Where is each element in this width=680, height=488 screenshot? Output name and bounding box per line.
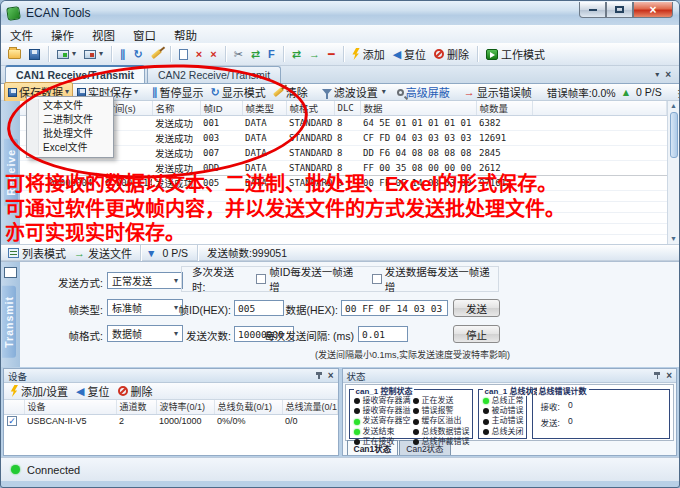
menu-item-excel-file[interactable]: Excel文件 bbox=[27, 141, 113, 155]
led-bus-off bbox=[483, 429, 489, 435]
interval-label: 每次发送间隔: (ms) bbox=[256, 328, 354, 343]
clean-button[interactable] bbox=[148, 50, 165, 58]
close-icon[interactable]: × bbox=[666, 371, 672, 381]
send-button[interactable]: 发送 bbox=[453, 299, 500, 317]
device-row[interactable]: ✓ USBCAN-II-V5 2 1000/1000 0%/0% 0/0 bbox=[4, 414, 337, 427]
collapsed-panel-button[interactable] bbox=[4, 267, 17, 278]
frame-id-increment-checkbox[interactable] bbox=[256, 274, 266, 284]
status-panel-titlebar: 状态 × bbox=[343, 369, 677, 383]
font-button[interactable]: F bbox=[265, 46, 278, 62]
close-button[interactable]: × bbox=[633, 2, 673, 18]
menu-view[interactable]: 视图 bbox=[83, 26, 124, 44]
maximize-button[interactable] bbox=[606, 2, 633, 18]
device-checkbox[interactable]: ✓ bbox=[7, 416, 17, 426]
device-name: USBCAN-II-V5 bbox=[24, 414, 116, 427]
data-hex-input[interactable]: 00 FF 0F 14 03 03 00 00 bbox=[341, 300, 448, 316]
advanced-mask-button[interactable]: 高级屏蔽 bbox=[394, 83, 453, 101]
pause-button[interactable]: ∥ bbox=[117, 46, 129, 63]
add-button[interactable]: 添加 bbox=[349, 44, 388, 64]
device-reset-button[interactable]: ◀复位 bbox=[73, 381, 112, 401]
pin-icon[interactable] bbox=[653, 371, 662, 380]
menu-item-text-file[interactable]: 文本文件 bbox=[27, 99, 113, 113]
receive-row-3[interactable]: 发送成功007 DATASTANDARD 8DD F6 04 08 08 08 … bbox=[20, 146, 667, 161]
minimize-icon bbox=[589, 9, 597, 11]
close-icon[interactable]: × bbox=[328, 371, 334, 381]
reset-button[interactable]: ◀复位 bbox=[390, 44, 429, 64]
modify-frame-button[interactable]: × bbox=[193, 46, 205, 62]
stop-button[interactable]: 停止 bbox=[453, 325, 500, 343]
data-hex-label: 数据(HEX): bbox=[256, 302, 338, 317]
exchange-button[interactable]: ⇄ bbox=[289, 46, 304, 63]
menu-window[interactable]: 窗口 bbox=[124, 26, 165, 44]
titlebar: ECAN Tools × bbox=[1, 1, 679, 25]
copy-icon: ⇄ bbox=[251, 48, 260, 61]
device-add-settings-button[interactable]: 添加/设置 bbox=[7, 381, 71, 401]
display-mode-button[interactable]: ↻显示模式 bbox=[208, 83, 269, 101]
led-bus-data-error bbox=[413, 429, 419, 435]
device-panel: 设备 × 添加/设置 ◀复位 删除 设备 通道数 波特率(0/ bbox=[3, 368, 339, 456]
menu-file[interactable]: 文件 bbox=[1, 26, 42, 44]
delete-button[interactable]: 删除 bbox=[431, 44, 472, 64]
clear-button[interactable]: 清除 bbox=[270, 83, 311, 101]
minimize-button[interactable] bbox=[579, 2, 606, 18]
caret-down-icon: ▾ bbox=[99, 50, 103, 58]
toolbar-separator bbox=[225, 46, 226, 62]
list-mode-button[interactable]: 列表模式 bbox=[5, 243, 69, 263]
receive-row-1[interactable]: 发送成功001 DATASTANDARD 864 5E 01 01 01 01 … bbox=[20, 116, 667, 131]
save-data-icon bbox=[8, 88, 17, 97]
pause-display-button[interactable]: ∥暂停显示 bbox=[149, 83, 207, 101]
receive-pps-text: 0 P/S bbox=[632, 86, 666, 98]
menu-item-binary-file[interactable]: 二进制文件 bbox=[27, 113, 113, 127]
transmit-toolbar: 列表模式 →发送文件 ▼ 0 P/S 发送帧数:999051 bbox=[1, 244, 679, 261]
refresh-button[interactable]: ↻ bbox=[131, 46, 146, 63]
col-channels: 通道数 bbox=[116, 400, 156, 414]
pin-icon[interactable] bbox=[315, 371, 324, 380]
receive-row-2[interactable]: 发送成功003 DATASTANDARD 8CF FD 04 03 03 03 … bbox=[20, 131, 667, 146]
col-bus-load: 总线负载(0/1) bbox=[214, 400, 282, 414]
menu-help[interactable]: 帮助 bbox=[165, 26, 206, 44]
work-mode-button[interactable]: 工作模式 bbox=[483, 44, 548, 64]
filter-settings-button[interactable]: 滤波设置 bbox=[319, 83, 381, 101]
scroll-up-icon[interactable]: ▲ bbox=[670, 101, 677, 111]
red-arrow-icon: → bbox=[464, 86, 475, 98]
device-table-empty bbox=[4, 427, 338, 455]
cut-button[interactable]: ✂ bbox=[231, 46, 246, 63]
col-dlc: DLC bbox=[334, 101, 360, 116]
broom-icon bbox=[151, 49, 162, 59]
scissors-icon: ✂ bbox=[234, 48, 243, 61]
interval-input[interactable]: 0.01 bbox=[358, 326, 408, 342]
frame-id-increment-label: 帧ID每发送一帧递增 bbox=[269, 264, 362, 294]
col-data: 数据 bbox=[360, 101, 476, 116]
tab-close-icon[interactable]: × bbox=[665, 70, 671, 80]
send-times-label: 发送次数: bbox=[151, 328, 231, 343]
scrollbar-thumb[interactable] bbox=[670, 112, 678, 158]
toolbar-separator bbox=[197, 245, 198, 261]
reset-label: 复位 bbox=[404, 46, 426, 62]
open-device-button[interactable]: ▾ bbox=[54, 48, 79, 61]
device-toolbar: 添加/设置 ◀复位 删除 bbox=[4, 383, 338, 400]
scroll-down-icon[interactable]: ▼ bbox=[670, 234, 677, 244]
forward-button[interactable]: → bbox=[306, 46, 323, 62]
transmit-side-tab[interactable]: Transmit bbox=[2, 286, 16, 358]
delete-frame-button[interactable]: × bbox=[207, 46, 219, 62]
tab-can2-receive-transmit[interactable]: CAN2 Receive/Transmit bbox=[147, 66, 281, 83]
receive-vertical-scrollbar[interactable]: ▲ ▼ bbox=[667, 101, 679, 244]
work-mode-label: 工作模式 bbox=[501, 46, 545, 62]
copy-button[interactable]: ⇄ bbox=[248, 46, 263, 63]
send-mode-select[interactable]: 正常发送 ▾ bbox=[107, 272, 183, 289]
open-file-button[interactable] bbox=[5, 47, 24, 61]
data-increment-checkbox[interactable] bbox=[372, 274, 382, 284]
remove-button[interactable]: ━ bbox=[325, 46, 338, 63]
send-file-button[interactable]: →发送文件 bbox=[71, 243, 135, 263]
new-frame-button[interactable] bbox=[176, 47, 191, 62]
tab-overflow-caret-icon[interactable]: ▾ bbox=[655, 71, 659, 79]
close-device-button[interactable]: ▾ bbox=[81, 48, 106, 61]
edit-x-icon: × bbox=[196, 48, 202, 60]
menu-operation[interactable]: 操作 bbox=[42, 26, 83, 44]
menu-item-batch-file[interactable]: 批处理文件 bbox=[27, 127, 113, 141]
tab-can1-receive-transmit[interactable]: CAN1 Receive/Transmit bbox=[5, 65, 145, 83]
toolbar-overflow-caret-icon[interactable]: ▾ bbox=[382, 88, 386, 96]
save-file-button[interactable] bbox=[26, 47, 43, 62]
device-delete-button[interactable]: 删除 bbox=[115, 381, 156, 401]
show-error-frames-button[interactable]: →显示错误帧 bbox=[461, 83, 535, 101]
